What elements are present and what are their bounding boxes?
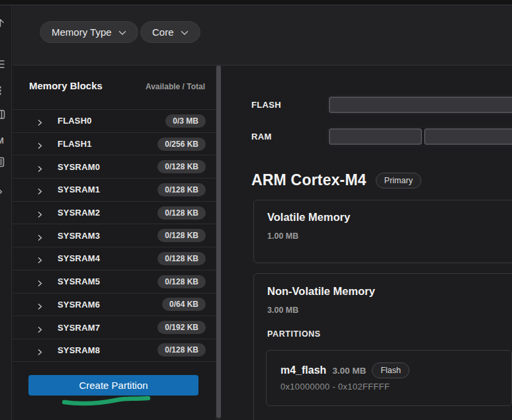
- expand-chevron-icon: [36, 117, 43, 124]
- partitions-label: PARTITIONS: [267, 329, 321, 339]
- expand-chevron-icon: [36, 278, 43, 285]
- core-dropdown-label: Core: [152, 26, 174, 38]
- non-volatile-memory-card: Non-Volatile Memory 3.00 MB PARTITIONS m…: [253, 273, 512, 420]
- memory-block-list: FLASH0 0/3 MB FLASH1 0/256 KB SYSRAM0 0/…: [13, 109, 216, 362]
- partition-name: m4_flash: [280, 364, 326, 376]
- flash-bar-segment: [329, 97, 512, 113]
- usage-badge: 0/128 KB: [157, 229, 206, 242]
- create-partition-button[interactable]: Create Partition: [28, 375, 198, 396]
- volatile-memory-card: Volatile Memory 1.00 MB: [253, 200, 512, 263]
- memory-blocks-panel: Memory Blocks Available / Total FLASH0 0…: [13, 65, 216, 420]
- memory-block-row[interactable]: SYSRAM4 0/128 KB: [13, 247, 216, 270]
- partition-card[interactable]: m4_flash 3.00 MB Flash 0x10000000 - 0x10…: [266, 350, 512, 406]
- memory-block-row[interactable]: SYSRAM1 0/128 KB: [13, 178, 216, 201]
- memory-block-row[interactable]: SYSRAM6 0/64 KB: [13, 293, 216, 316]
- volatile-memory-title: Volatile Memory: [267, 211, 350, 224]
- memory-block-row[interactable]: SYSRAM8 0/128 KB: [13, 339, 216, 362]
- usage-badge: 0/3 MB: [165, 114, 206, 128]
- scrollbar-thumb[interactable]: [216, 65, 221, 418]
- core-name: ARM Cortex-M4: [251, 171, 366, 189]
- memory-block-row[interactable]: SYSRAM3 0/128 KB: [13, 224, 216, 247]
- partition-type-badge: Flash: [372, 362, 409, 378]
- core-heading: ARM Cortex-M4 Primary: [251, 171, 421, 189]
- expand-chevron-icon: [36, 163, 43, 171]
- arrow-up-icon[interactable]: [0, 18, 6, 28]
- expand-chevron-icon: [36, 232, 43, 239]
- usage-badge: 0/256 KB: [157, 138, 206, 151]
- document-icon[interactable]: [0, 157, 6, 167]
- volatile-memory-size: 1.00 MB: [267, 231, 298, 241]
- memory-type-dropdown[interactable]: Memory Type: [40, 21, 138, 43]
- usage-badge: 0/64 KB: [162, 298, 206, 311]
- memory-block-row[interactable]: SYSRAM5 0/128 KB: [13, 270, 216, 293]
- block-name: SYSRAM6: [58, 300, 162, 310]
- expand-chevron-icon: [36, 347, 43, 354]
- usage-badge: 0/128 KB: [157, 343, 206, 357]
- block-name: SYSRAM4: [58, 253, 157, 263]
- memory-block-row[interactable]: SYSRAM2 0/128 KB: [13, 201, 216, 224]
- ram-usage-bar: [327, 127, 512, 146]
- expand-chevron-icon: [36, 140, 43, 147]
- chevron-down-icon: [181, 26, 189, 38]
- panel-icon[interactable]: [0, 109, 6, 120]
- memory-block-row[interactable]: SYSRAM0 0/128 KB: [13, 155, 216, 178]
- bulleted-list-icon[interactable]: [0, 59, 6, 69]
- available-total-label: Available / Total: [146, 82, 205, 91]
- dots-vertical-icon[interactable]: [0, 85, 6, 96]
- non-volatile-memory-title: Non-Volatile Memory: [267, 285, 375, 298]
- block-name: FLASH0: [58, 116, 165, 126]
- panel-title: Memory Blocks: [29, 80, 103, 91]
- memory-blocks-header: Memory Blocks Available / Total: [13, 65, 216, 109]
- ram-usage-label: RAM: [251, 132, 272, 142]
- memory-block-row[interactable]: FLASH0 0/3 MB: [13, 109, 216, 132]
- usage-badge: 0/128 KB: [157, 252, 206, 265]
- green-marker-annotation: [62, 395, 152, 407]
- block-name: SYSRAM5: [58, 276, 157, 286]
- memory-block-row[interactable]: FLASH1 0/256 KB: [13, 132, 216, 155]
- block-name: SYSRAM8: [58, 345, 157, 355]
- block-name: SYSRAM0: [58, 162, 157, 172]
- expand-chevron-icon: [36, 255, 43, 262]
- core-dropdown[interactable]: Core: [140, 21, 200, 43]
- usage-badge: 0/192 KB: [157, 321, 206, 334]
- block-name: SYSRAM7: [58, 323, 157, 333]
- core-detail-panel: FLASH RAM ARM Cortex-M4 Primary Volatile…: [221, 65, 512, 420]
- usage-badge: 0/128 KB: [157, 183, 206, 196]
- partition-address-range: 0x10000000 - 0x102FFFFF: [280, 382, 390, 392]
- memory-block-row[interactable]: SYSRAM7 0/192 KB: [13, 315, 216, 339]
- non-volatile-memory-size: 3.00 MB: [267, 306, 298, 315]
- expand-chevron-icon: [36, 301, 43, 308]
- filter-toolbar: Memory Type Core: [13, 5, 512, 65]
- expand-chevron-icon: [36, 186, 43, 193]
- memory-type-dropdown-label: Memory Type: [52, 26, 112, 38]
- icon-rail: M: [0, 5, 12, 420]
- block-name: SYSRAM2: [58, 208, 157, 218]
- flash-usage-bar: [327, 95, 512, 114]
- chevron-right-icon[interactable]: [0, 187, 6, 197]
- window-top-strip: [0, 0, 512, 5]
- chevron-down-icon: [118, 26, 126, 38]
- flash-usage-label: FLASH: [251, 100, 281, 110]
- ram-bar-segment-2: [424, 128, 512, 145]
- primary-badge: Primary: [376, 173, 421, 189]
- usage-badge: 0/128 KB: [157, 160, 206, 173]
- usage-badge: 0/128 KB: [157, 275, 206, 288]
- panel-scrollbar[interactable]: [216, 65, 221, 420]
- block-name: SYSRAM1: [58, 185, 157, 194]
- expand-chevron-icon: [36, 209, 43, 216]
- usage-badge: 0/128 KB: [157, 206, 206, 220]
- m-label-icon[interactable]: M: [0, 136, 4, 146]
- partition-size: 3.00 MB: [332, 366, 366, 376]
- block-name: FLASH1: [58, 139, 157, 149]
- block-name: SYSRAM3: [58, 231, 157, 241]
- ram-bar-segment-1: [329, 128, 422, 145]
- partition-header: m4_flash 3.00 MB Flash: [280, 362, 409, 378]
- expand-chevron-icon: [36, 324, 43, 331]
